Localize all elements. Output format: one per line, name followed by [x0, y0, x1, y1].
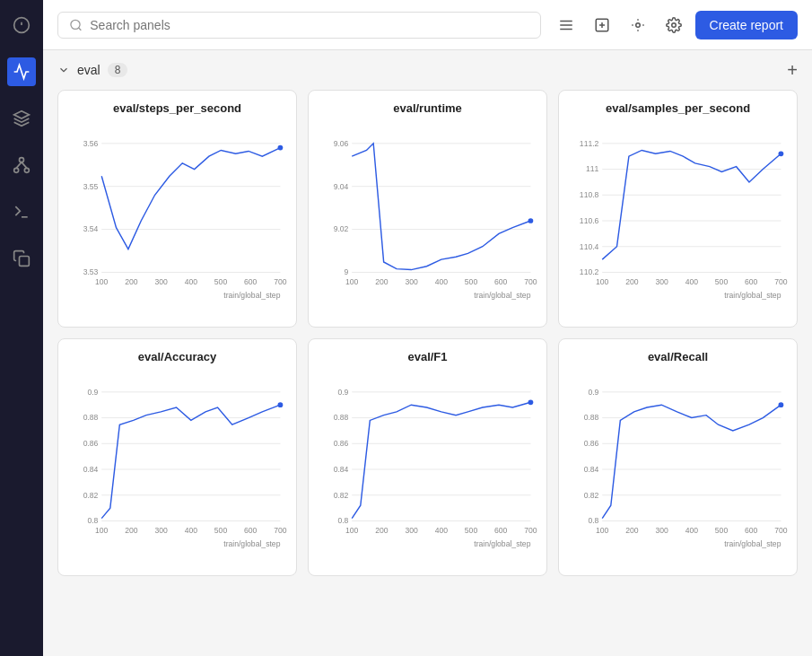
y-tick: 0.82 [584, 491, 599, 500]
sidebar-item-nodes[interactable] [7, 151, 36, 179]
x-tick: 600 [244, 277, 258, 286]
settings-icon-btn[interactable] [659, 11, 688, 39]
topbar: Create report [43, 0, 812, 50]
chart-title-accuracy: eval/Accuracy [65, 350, 289, 363]
chart-title-recall: eval/Recall [566, 350, 790, 363]
x-tick: 700 [774, 526, 788, 535]
x-tick: 700 [524, 526, 537, 535]
svg-point-6 [24, 168, 29, 172]
sidebar-item-terminal[interactable] [7, 197, 36, 226]
add-panel-button[interactable]: + [787, 61, 798, 79]
sidebar-item-layers[interactable] [7, 104, 36, 133]
x-tick: 700 [774, 277, 788, 286]
chart-end-dot [278, 145, 284, 151]
x-tick: 100 [95, 526, 109, 535]
y-tick: 110.4 [580, 242, 599, 251]
x-tick: 400 [185, 526, 198, 535]
y-tick: 3.55 [83, 182, 99, 191]
chart-svg-container-steps_per_second[interactable]: 3.533.543.553.56100200300400500600700tra… [65, 122, 289, 319]
chart-title-steps_per_second: eval/steps_per_second [65, 101, 289, 115]
x-tick: 500 [214, 526, 228, 535]
chart-svg-container-accuracy[interactable]: 0.80.820.840.860.880.9100200300400500600… [65, 371, 289, 568]
chart-line [352, 402, 530, 518]
x-tick: 600 [745, 277, 758, 286]
x-axis-label: train/global_step [223, 291, 280, 300]
x-tick: 500 [715, 277, 729, 286]
x-axis-label: train/global_step [474, 539, 530, 548]
chart-svg-container-runtime[interactable]: 99.029.049.06100200300400500600700train/… [316, 122, 539, 319]
x-axis-label: train/global_step [724, 291, 781, 300]
chart-card-runtime: eval/runtime99.029.049.06100200300400500… [308, 90, 547, 328]
y-tick: 0.88 [584, 413, 599, 422]
search-box[interactable] [57, 12, 541, 39]
chart-line [352, 144, 530, 270]
charts-grid: eval/steps_per_second3.533.543.553.56100… [57, 90, 798, 576]
chart-svg-container-f1[interactable]: 0.80.820.840.860.880.9100200300400500600… [316, 371, 539, 568]
chart-card-f1: eval/F10.80.820.840.860.880.910020030040… [308, 338, 547, 576]
chart-card-samples_per_second: eval/samples_per_second110.2110.4110.611… [558, 90, 798, 328]
y-tick: 110.2 [580, 267, 599, 276]
export-icon-btn[interactable] [588, 11, 616, 39]
svg-point-5 [14, 168, 19, 172]
x-tick: 100 [345, 526, 359, 535]
y-tick: 9 [345, 267, 349, 276]
y-tick: 111.2 [580, 139, 599, 148]
x-tick: 100 [345, 277, 359, 286]
chart-card-accuracy: eval/Accuracy0.80.820.840.860.880.910020… [57, 338, 297, 576]
y-tick: 110.6 [580, 216, 599, 225]
x-tick: 300 [655, 277, 668, 286]
y-tick: 0.82 [83, 491, 99, 500]
svg-point-17 [635, 22, 640, 27]
y-tick: 9.02 [334, 224, 349, 233]
x-tick: 200 [375, 526, 389, 535]
svg-line-8 [22, 162, 27, 169]
main-content: Create report eval 8 + eval/steps_per_se… [43, 0, 812, 656]
x-tick: 200 [625, 526, 639, 535]
section-title[interactable]: eval 8 [57, 63, 127, 77]
search-input[interactable] [90, 18, 528, 32]
chart-svg-steps_per_second: 3.533.543.553.56100200300400500600700tra… [65, 122, 289, 319]
x-tick: 500 [465, 277, 478, 286]
x-tick: 300 [154, 526, 168, 535]
content-area: eval 8 + eval/steps_per_second3.533.543.… [43, 50, 812, 656]
sidebar-item-copy[interactable] [7, 244, 36, 273]
x-tick: 200 [125, 277, 138, 286]
svg-rect-10 [20, 257, 30, 267]
chart-end-dot [278, 402, 284, 407]
chart-title-f1: eval/F1 [316, 350, 539, 363]
y-tick: 0.82 [334, 491, 349, 500]
chart-line [602, 405, 781, 518]
svg-point-4 [20, 158, 24, 162]
chart-title-samples_per_second: eval/samples_per_second [566, 101, 790, 115]
axis-icon-btn[interactable] [552, 11, 581, 39]
x-tick: 400 [685, 277, 699, 286]
y-tick: 9.04 [334, 182, 349, 191]
y-tick: 0.9 [337, 388, 348, 397]
y-tick: 0.84 [334, 465, 349, 474]
svg-line-12 [79, 27, 82, 30]
x-tick: 700 [274, 277, 287, 286]
chart-svg-container-samples_per_second[interactable]: 110.2110.4110.6110.8111111.2100200300400… [566, 122, 790, 319]
y-tick: 0.86 [334, 439, 349, 448]
create-report-button[interactable]: Create report [695, 11, 798, 39]
layout-icon-btn[interactable] [624, 11, 652, 39]
x-tick: 500 [214, 277, 228, 286]
x-tick: 300 [655, 526, 668, 535]
y-tick: 0.84 [584, 465, 599, 474]
y-tick: 0.8 [588, 516, 598, 525]
x-tick: 700 [274, 526, 287, 535]
section-count: 8 [108, 63, 128, 77]
sidebar-item-chart[interactable] [7, 57, 36, 86]
search-icon [69, 18, 83, 32]
x-tick: 200 [375, 277, 389, 286]
y-tick: 3.54 [83, 224, 99, 233]
x-tick: 600 [745, 526, 758, 535]
chart-svg-container-recall[interactable]: 0.80.820.840.860.880.9100200300400500600… [566, 371, 790, 568]
svg-point-11 [71, 20, 80, 29]
y-tick: 0.88 [83, 413, 99, 422]
chart-card-steps_per_second: eval/steps_per_second3.533.543.553.56100… [57, 90, 297, 328]
sidebar-item-info[interactable] [7, 11, 36, 39]
x-tick: 600 [494, 526, 508, 535]
y-tick: 110.8 [580, 190, 599, 199]
x-tick: 100 [95, 277, 109, 286]
